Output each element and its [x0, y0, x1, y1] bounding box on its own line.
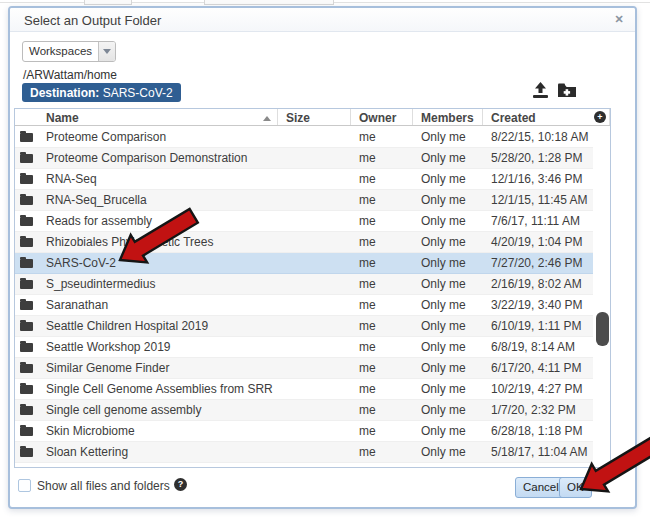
- column-settings-gear-icon[interactable]: +: [594, 111, 606, 123]
- new-folder-icon[interactable]: [556, 81, 577, 100]
- table-row[interactable]: S_pseudintermedius me Only me 2/16/19, 8…: [15, 274, 593, 295]
- show-all-checkbox-label[interactable]: Show all files and folders: [37, 479, 170, 493]
- row-created: 1/7/20, 2:32 PM: [483, 403, 593, 417]
- ok-button[interactable]: OK: [559, 477, 592, 498]
- screen: Select an Output Folder ✕ Workspaces /AR…: [0, 0, 650, 518]
- row-owner: me: [351, 151, 413, 165]
- row-name: Proteome Comparison Demonstration: [46, 151, 278, 165]
- destination-badge: Destination: SARS-CoV-2: [22, 83, 181, 102]
- select-output-folder-dialog: Select an Output Folder ✕ Workspaces /AR…: [8, 6, 637, 509]
- row-created: 6/8/19, 8:14 AM: [483, 340, 593, 354]
- row-name: RNA-Seq_Brucella: [46, 193, 278, 207]
- row-owner: me: [351, 277, 413, 291]
- folder-icon: [15, 301, 46, 310]
- row-created: 10/2/19, 4:27 PM: [483, 382, 593, 396]
- row-members: Only me: [413, 361, 483, 375]
- row-owner: me: [351, 130, 413, 144]
- folder-icon: [15, 364, 46, 373]
- row-created: 12/1/15, 11:45 AM: [483, 193, 593, 207]
- row-owner: me: [351, 256, 413, 270]
- column-header-size[interactable]: Size: [278, 109, 351, 125]
- folder-icon: [15, 217, 46, 226]
- table-row[interactable]: Saranathan me Only me 3/22/19, 3:40 PM: [15, 295, 593, 316]
- table-row-partial: [15, 463, 593, 468]
- row-members: Only me: [413, 172, 483, 186]
- row-name: Reads for assembly: [46, 214, 278, 228]
- folder-icon: [15, 343, 46, 352]
- row-owner: me: [351, 193, 413, 207]
- upload-icon[interactable]: [530, 81, 551, 100]
- table-row[interactable]: Single cell genome assembly me Only me 1…: [15, 400, 593, 421]
- row-owner: me: [351, 214, 413, 228]
- row-members: Only me: [413, 298, 483, 312]
- row-name: RNA-Seq: [46, 172, 278, 186]
- row-owner: me: [351, 382, 413, 396]
- row-created: 7/27/20, 2:46 PM: [483, 256, 593, 270]
- row-created: 12/1/16, 3:46 PM: [483, 172, 593, 186]
- folder-icon: [15, 385, 46, 394]
- breadcrumb-path: /ARWattam/home: [23, 68, 117, 82]
- row-created: 8/22/15, 10:18 AM: [483, 130, 593, 144]
- table-row[interactable]: Proteome Comparison Demonstration me Onl…: [15, 148, 593, 169]
- row-owner: me: [351, 445, 413, 459]
- row-name: Saranathan: [46, 298, 278, 312]
- row-members: Only me: [413, 340, 483, 354]
- table-row[interactable]: Skin Microbiome me Only me 6/28/18, 1:18…: [15, 421, 593, 442]
- table-row[interactable]: Single Cell Genome Assemblies from SRR m…: [15, 379, 593, 400]
- row-name: Sloan Kettering: [46, 445, 278, 459]
- background-artifact: [204, 0, 334, 5]
- destination-value: SARS-CoV-2: [103, 86, 173, 100]
- folder-icon: [15, 406, 46, 415]
- folder-icon: [15, 175, 46, 184]
- row-created: 6/28/18, 1:18 PM: [483, 424, 593, 438]
- table-row[interactable]: RNA-Seq me Only me 12/1/16, 3:46 PM: [15, 169, 593, 190]
- table-row[interactable]: Similar Genome Finder me Only me 6/17/20…: [15, 358, 593, 379]
- vertical-scrollbar-thumb[interactable]: [596, 312, 609, 346]
- table-row[interactable]: Sloan Kettering me Only me 5/18/17, 11:0…: [15, 442, 593, 463]
- row-members: Only me: [413, 214, 483, 228]
- row-members: Only me: [413, 130, 483, 144]
- help-icon[interactable]: ?: [174, 478, 187, 491]
- table-header: Name Size Owner Members Created +: [15, 109, 610, 126]
- chevron-down-icon[interactable]: [98, 42, 115, 61]
- row-created: 6/10/19, 1:11 PM: [483, 319, 593, 333]
- folder-table: Name Size Owner Members Created + Proteo…: [14, 108, 611, 468]
- show-all-checkbox[interactable]: [18, 479, 31, 492]
- table-row[interactable]: Reads for assembly me Only me 7/6/17, 11…: [15, 211, 593, 232]
- table-row[interactable]: Seattle Children Hospital 2019 me Only m…: [15, 316, 593, 337]
- row-members: Only me: [413, 424, 483, 438]
- folder-icon: [15, 196, 46, 205]
- row-members: Only me: [413, 235, 483, 249]
- table-row[interactable]: RNA-Seq_Brucella me Only me 12/1/15, 11:…: [15, 190, 593, 211]
- row-owner: me: [351, 340, 413, 354]
- folder-icon: [15, 427, 46, 436]
- row-members: Only me: [413, 151, 483, 165]
- row-owner: me: [351, 172, 413, 186]
- row-members: Only me: [413, 277, 483, 291]
- row-name: Proteome Comparison: [46, 130, 278, 144]
- dialog-titlebar: Select an Output Folder ✕: [10, 8, 635, 32]
- folder-icon: [15, 259, 46, 268]
- row-name: SARS-CoV-2: [46, 256, 278, 270]
- row-name: Skin Microbiome: [46, 424, 278, 438]
- table-row[interactable]: Rhizobiales Phylogenetic Trees me Only m…: [15, 232, 593, 253]
- row-created: 5/28/20, 1:28 PM: [483, 151, 593, 165]
- folder-icon: [15, 448, 46, 457]
- folder-icon: [15, 133, 46, 142]
- column-header-created[interactable]: Created: [483, 109, 610, 125]
- column-header-name[interactable]: Name: [15, 109, 278, 125]
- column-header-members[interactable]: Members: [413, 109, 483, 125]
- table-row[interactable]: Proteome Comparison me Only me 8/22/15, …: [15, 127, 593, 148]
- row-created: 2/16/19, 8:02 AM: [483, 277, 593, 291]
- row-owner: me: [351, 235, 413, 249]
- row-created: 7/6/17, 11:11 AM: [483, 214, 593, 228]
- close-icon[interactable]: ✕: [611, 11, 627, 27]
- row-members: Only me: [413, 445, 483, 459]
- table-row[interactable]: Seattle Workshop 2019 me Only me 6/8/19,…: [15, 337, 593, 358]
- column-header-owner[interactable]: Owner: [351, 109, 413, 125]
- row-name: Single Cell Genome Assemblies from SRR: [46, 382, 278, 396]
- workspace-dropdown[interactable]: Workspaces: [22, 41, 116, 62]
- row-name: S_pseudintermedius: [46, 277, 278, 291]
- row-created: 5/18/17, 11:04 AM: [483, 445, 593, 459]
- table-row[interactable]: SARS-CoV-2 me Only me 7/27/20, 2:46 PM: [15, 253, 593, 274]
